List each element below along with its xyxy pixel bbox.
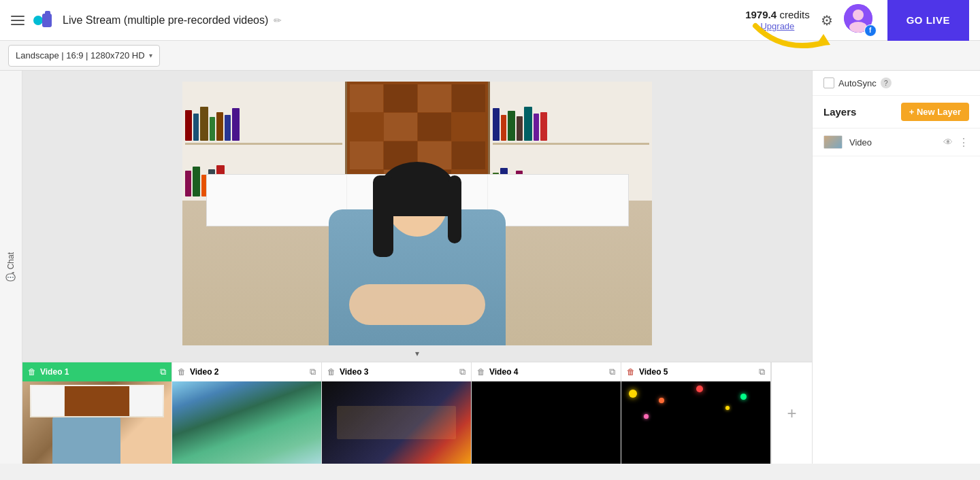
toolbar: Landscape | 16:9 | 1280x720 HD ▾ xyxy=(0,41,980,71)
clip-delete-icon[interactable]: 🗑 xyxy=(627,367,635,377)
eye-icon[interactable]: 👁 xyxy=(943,137,953,148)
clip-copy-icon[interactable]: ⧉ xyxy=(759,366,765,377)
clip-header: 🗑 Video 1 ⧉ xyxy=(22,362,172,381)
clip-delete-icon[interactable]: 🗑 xyxy=(178,367,186,377)
layer-thumbnail xyxy=(823,135,843,149)
credits-display: 1979.4 credits xyxy=(745,9,810,21)
clip-item: 🗑 Video 4 ⧉ xyxy=(472,362,621,464)
svg-rect-2 xyxy=(45,11,50,15)
svg-point-0 xyxy=(33,16,43,25)
timeline-clips: 🗑 Video 1 ⧉ xyxy=(22,362,812,464)
facebook-badge: f xyxy=(864,24,877,37)
clip-header: 🗑 Video 5 ⧉ xyxy=(621,362,770,381)
clip-delete-icon[interactable]: 🗑 xyxy=(327,367,336,377)
header-left: Live Stream (multiple pre-recorded video… xyxy=(11,8,737,33)
credits-amount: 1979.4 xyxy=(745,9,777,20)
layer-name: Video xyxy=(849,137,936,148)
clip-item: 🗑 Video 1 ⧉ xyxy=(22,362,172,464)
clip-label: Video 4 xyxy=(489,367,518,377)
chat-icon: 💬 xyxy=(6,272,16,282)
credits-area: 1979.4 credits Upgrade xyxy=(745,9,810,31)
clip-delete-icon[interactable]: 🗑 xyxy=(477,367,485,377)
clip-copy-icon[interactable]: ⧉ xyxy=(310,366,316,377)
credits-label: credits xyxy=(779,9,809,20)
clip-label: Video 2 xyxy=(190,367,218,377)
plus-icon: + xyxy=(787,404,796,423)
header-right: 1979.4 credits Upgrade ⚙ f GO LIVE xyxy=(745,0,969,41)
layers-header: Layers + New Layer xyxy=(813,96,980,128)
settings-icon[interactable]: ⚙ xyxy=(821,12,833,29)
upgrade-link[interactable]: Upgrade xyxy=(745,21,810,31)
resolution-dropdown[interactable]: Landscape | 16:9 | 1280x720 HD ▾ xyxy=(8,45,160,67)
right-panel: AutoSync ? Layers + New Layer Video 👁 ⋮ xyxy=(812,71,980,464)
add-clip-button[interactable]: + xyxy=(771,362,812,464)
logo xyxy=(31,8,56,33)
menu-icon[interactable] xyxy=(11,14,24,27)
clip-header: 🗑 Video 4 ⧉ xyxy=(472,362,621,381)
autosync-label: AutoSync xyxy=(838,78,877,88)
chevron-down-icon: ▾ xyxy=(149,52,152,59)
clip-item: 🗑 Video 3 ⧉ xyxy=(322,362,472,464)
clip-copy-icon[interactable]: ⧉ xyxy=(160,366,166,377)
more-options-icon[interactable]: ⋮ xyxy=(958,136,969,149)
clip-thumbnail xyxy=(172,381,321,464)
clip-label: Video 1 xyxy=(40,367,69,377)
video-preview xyxy=(182,82,652,345)
collapse-button[interactable]: ▾ xyxy=(22,345,812,362)
resolution-label: Landscape | 16:9 | 1280x720 HD xyxy=(16,50,145,61)
new-layer-button[interactable]: + New Layer xyxy=(901,103,969,121)
clip-header: 🗑 Video 3 ⧉ xyxy=(322,362,471,381)
clip-thumbnail xyxy=(621,381,770,464)
clip-label: Video 5 xyxy=(639,367,668,377)
preview-container xyxy=(22,71,812,345)
edit-title-icon[interactable]: ✏ xyxy=(274,15,282,26)
go-live-button[interactable]: GO LIVE xyxy=(887,0,969,41)
layers-title: Layers xyxy=(823,106,856,118)
clip-label: Video 3 xyxy=(340,367,368,377)
clip-thumbnail xyxy=(472,381,621,464)
header: Live Stream (multiple pre-recorded video… xyxy=(0,0,980,41)
clip-delete-icon[interactable]: 🗑 xyxy=(28,367,36,377)
clip-item: 🗑 Video 5 ⧉ xyxy=(621,362,771,464)
center-area: ▾ 🗑 Video 1 ⧉ xyxy=(22,71,812,464)
layer-actions: 👁 ⋮ xyxy=(943,136,969,149)
help-icon[interactable]: ? xyxy=(881,78,892,88)
svg-point-4 xyxy=(853,10,864,20)
autosync-checkbox[interactable] xyxy=(823,78,834,88)
chat-sidebar[interactable]: 💬 Chat xyxy=(0,71,22,464)
autosync-bar: AutoSync ? xyxy=(813,71,980,96)
timeline-area: 🗑 Video 1 ⧉ xyxy=(22,362,812,464)
chevron-down-icon: ▾ xyxy=(415,349,419,358)
clip-copy-icon[interactable]: ⧉ xyxy=(459,366,466,377)
clip-item: 🗑 Video 2 ⧉ xyxy=(172,362,322,464)
layer-item: Video 👁 ⋮ xyxy=(813,128,980,156)
clip-copy-icon[interactable]: ⧉ xyxy=(609,366,615,377)
clip-thumbnail xyxy=(22,381,172,464)
svg-rect-1 xyxy=(42,14,52,27)
clip-thumbnail xyxy=(322,381,471,464)
clip-header: 🗑 Video 2 ⧉ xyxy=(172,362,321,381)
chat-label: 💬 Chat xyxy=(6,252,16,282)
page-title: Live Stream (multiple pre-recorded video… xyxy=(63,14,268,27)
main-content: 💬 Chat xyxy=(0,71,980,464)
avatar-area: f xyxy=(844,4,877,37)
title-area: Live Stream (multiple pre-recorded video… xyxy=(63,14,282,27)
